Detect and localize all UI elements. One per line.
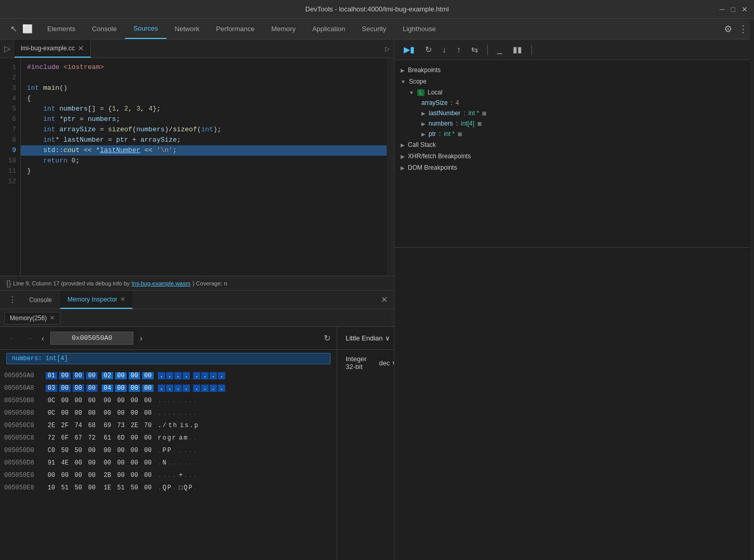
- hex-row-8: 005050E0 00 00 00 00 2B 00: [0, 469, 337, 482]
- dbg-sep2: [531, 45, 532, 55]
- source-tab-close-icon[interactable]: ✕: [78, 44, 84, 52]
- memory-nav: ← → ‹ › ↻: [0, 327, 337, 350]
- resume-btn[interactable]: ▶▮: [401, 43, 418, 57]
- nav-next-btn[interactable]: ›: [138, 332, 144, 345]
- int-row: Integer 32-bit dec ∨ 1: [337, 350, 394, 376]
- xhr-section[interactable]: ▶ XHR/fetch Breakpoints: [394, 151, 754, 162]
- nav-forward-btn2[interactable]: →: [23, 332, 35, 345]
- scrollbar[interactable]: [387, 58, 394, 276]
- step-btn[interactable]: ⇆: [468, 43, 481, 57]
- tab-network[interactable]: Network: [167, 19, 208, 39]
- nav-back-btn[interactable]: ←: [6, 332, 19, 345]
- scope-chevron: ▼: [401, 79, 406, 85]
- titlebar-title: DevTools - localhost:4000/lmi-bug-exampl…: [305, 5, 449, 13]
- hex-group-1-1: 03 00 00 00: [46, 385, 98, 392]
- hex-row-0: 005050A0 01 00 00 00 02 00: [0, 370, 337, 382]
- titlebar: DevTools - localhost:4000/lmi-bug-exampl…: [0, 0, 754, 19]
- sidebar-toggle-icon[interactable]: ▷: [0, 44, 15, 53]
- titlebar-controls[interactable]: ─ □ ✕: [720, 5, 748, 13]
- ptr-chevron: ▶: [421, 131, 426, 137]
- tab-memory-inspector-close[interactable]: ✕: [120, 296, 125, 303]
- main-tabs: ↖ ⬜ Elements Console Sources Network Per…: [0, 19, 754, 39]
- memory-left: ← → ‹ › ↻ numbers: int[4]: [0, 327, 337, 560]
- code-line-5: int numbers[] = {1, 2, 3, 4};: [21, 104, 387, 114]
- memory-inspector: Memory(256) ✕ ← → ‹ › ↻: [0, 309, 394, 560]
- hex-grid: 005050A0 01 00 00 00 02 00: [0, 367, 337, 560]
- scope-section[interactable]: ▼ Scope: [394, 76, 754, 87]
- numbers-chevron: ▶: [421, 121, 426, 127]
- deactivate-btn[interactable]: ⎯: [494, 43, 505, 57]
- endian-bar: Little Endian ∨ ⚙: [337, 327, 394, 350]
- refresh-btn[interactable]: ↻: [324, 333, 331, 343]
- status-text: Line 9, Column 17 (provided via debug in…: [13, 280, 129, 286]
- nav-prev-btn[interactable]: ‹: [39, 332, 46, 345]
- xhr-label: XHR/fetch Breakpoints: [408, 153, 471, 160]
- address-input[interactable]: [50, 332, 133, 345]
- source-tab-file[interactable]: lmi-bug-example.cc ✕: [15, 39, 91, 58]
- tab-lighthouse[interactable]: Lighthouse: [394, 19, 444, 39]
- tab-elements[interactable]: Elements: [39, 19, 84, 39]
- status-link[interactable]: lmi-bug-example.wasm: [132, 280, 190, 286]
- local-section[interactable]: ▼ L Local: [394, 87, 754, 98]
- line-numbers: 1 2 3 4 5 6 7 8 9 10 11 12: [0, 58, 21, 276]
- int-format-select[interactable]: dec ∨: [379, 359, 394, 367]
- debugger-content: ▶ Breakpoints ▼ Scope ▼ L Local arraySiz…: [394, 60, 754, 247]
- endian-select[interactable]: Little Endian ∨: [346, 334, 390, 342]
- close-btn[interactable]: ✕: [742, 5, 748, 13]
- hex-row-6: 005050D0 C0 50 50 00 00 00: [0, 444, 337, 457]
- ascii-0: . . . . . . . .: [158, 372, 225, 379]
- cursor-icon[interactable]: ↖: [10, 24, 17, 34]
- maximize-btn[interactable]: □: [731, 5, 735, 13]
- hex-row-1: 005050A8 03 00 00 00 04 00: [0, 382, 337, 394]
- hex-group-0-1: 01 00 00 00: [46, 372, 98, 379]
- lastnumber-chevron: ▶: [421, 111, 426, 116]
- pause-btn[interactable]: ▮▮: [510, 43, 525, 57]
- memory-tab-256[interactable]: Memory(256) ✕: [4, 312, 60, 324]
- callstack-section[interactable]: ▶ Call Stack: [394, 139, 754, 151]
- bottom-more-icon[interactable]: ⋮: [4, 295, 21, 305]
- int-format-chevron: ∨: [392, 359, 394, 367]
- memory-content: ← → ‹ › ↻ numbers: int[4]: [0, 327, 394, 560]
- local-chevron: ▼: [409, 90, 414, 95]
- step-out-btn[interactable]: ↑: [454, 43, 464, 57]
- code-line-1: #include <iostream>: [21, 62, 387, 73]
- hex-row-4: 005050C0 2E 2F 74 68 69 73: [0, 419, 337, 432]
- minimize-btn[interactable]: ─: [720, 5, 725, 13]
- xhr-chevron: ▶: [401, 154, 405, 159]
- device-icon[interactable]: ⬜: [22, 24, 33, 34]
- callstack-label: Call Stack: [408, 141, 436, 148]
- step-over-btn[interactable]: ↻: [422, 43, 435, 57]
- dom-section[interactable]: ▶ DOM Breakpoints: [394, 162, 754, 173]
- tab-memory[interactable]: Memory: [263, 19, 304, 39]
- scope-lastnumber[interactable]: ▶ lastNumber : int * ⊞: [394, 108, 754, 118]
- hex-group-1-2: 04 00 00 00: [102, 385, 154, 392]
- tab-console-bottom[interactable]: Console: [22, 291, 59, 309]
- tab-application[interactable]: Application: [304, 19, 354, 39]
- hex-group-0-2: 02 00 00 00: [102, 372, 154, 379]
- memory-right: Little Endian ∨ ⚙ Integer 32-bit dec ∨: [337, 327, 394, 560]
- step-into-btn[interactable]: ↓: [439, 43, 449, 57]
- tab-security[interactable]: Security: [353, 19, 394, 39]
- tab-memory-inspector[interactable]: Memory Inspector ✕: [60, 291, 132, 309]
- tab-console[interactable]: Console: [84, 19, 125, 39]
- local-label: Local: [428, 89, 443, 96]
- close-all-btn[interactable]: ✕: [375, 295, 394, 305]
- breakpoints-section[interactable]: ▶ Breakpoints: [394, 64, 754, 76]
- dom-label: DOM Breakpoints: [408, 164, 457, 171]
- memory-tab-close[interactable]: ✕: [50, 315, 54, 321]
- tab-performance[interactable]: Performance: [208, 19, 263, 39]
- callstack-chevron: ▶: [401, 142, 405, 148]
- scope-val-arraysize: 4: [456, 99, 459, 106]
- bottom-panel: ⋮ Console Memory Inspector ✕ ✕ Memory(25…: [0, 290, 394, 560]
- scope-numbers[interactable]: ▶ numbers : int[4] ⊞: [394, 118, 754, 129]
- tab-sources[interactable]: Sources: [125, 19, 167, 39]
- scope-val-numbers: int[4]: [461, 120, 474, 127]
- brackets-icon: {}: [6, 279, 11, 288]
- scope-ptr[interactable]: ▶ ptr : int * ⊞: [394, 129, 754, 139]
- source-expand-icon[interactable]: ▷: [381, 45, 394, 52]
- settings-icon[interactable]: ⚙: [724, 23, 732, 35]
- right-scrollbar[interactable]: [750, 39, 754, 247]
- debugger-toolbar: ▶▮ ↻ ↓ ↑ ⇆ ⎯ ▮▮: [394, 39, 754, 60]
- status-text2: ) Coverage: n: [193, 280, 227, 286]
- more-icon[interactable]: ⋮: [738, 23, 748, 35]
